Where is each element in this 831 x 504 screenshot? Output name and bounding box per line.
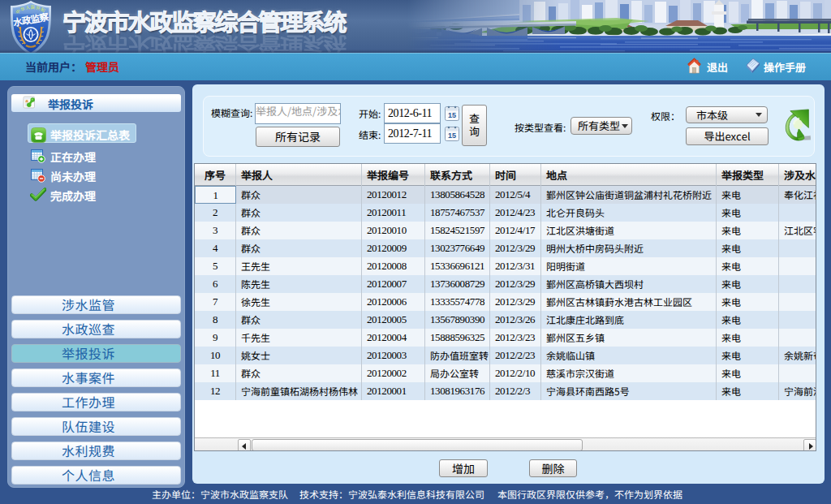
svg-text:15: 15 [448, 131, 456, 140]
svg-text:15: 15 [448, 111, 456, 119]
